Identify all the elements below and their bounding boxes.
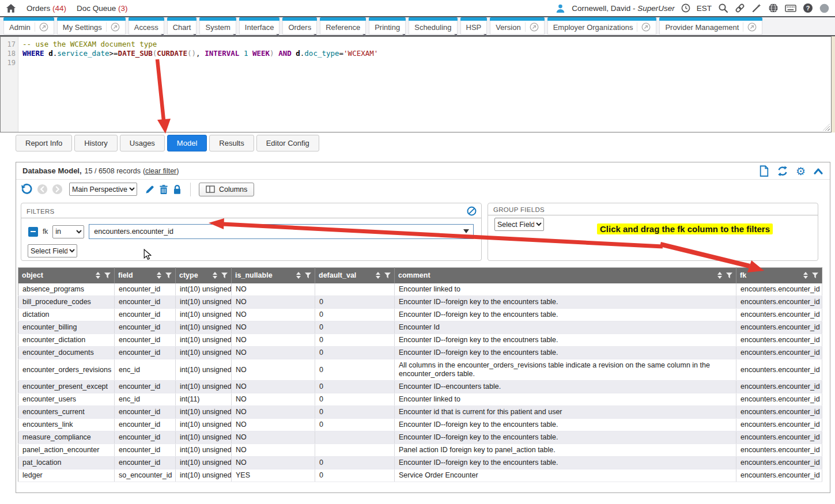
filter-value-input[interactable]	[89, 228, 473, 236]
columns-button[interactable]: Columns	[199, 183, 254, 196]
column-header-field[interactable]: field	[115, 268, 176, 283]
filter-operator-select[interactable]: in	[52, 225, 84, 238]
lock-icon[interactable]	[172, 184, 182, 195]
table-row[interactable]: encounters_linkencounter_idint(10) unsig…	[18, 418, 822, 431]
cell-field: encounter_id	[115, 406, 176, 418]
nav-tab-access[interactable]: Access	[129, 18, 164, 35]
table-row[interactable]: panel_action_encounterencounter_idint(10…	[18, 444, 822, 456]
nav-tab-reference[interactable]: Reference	[320, 18, 366, 35]
table-row[interactable]: encounter_billingencounter_idint(10) uns…	[18, 321, 822, 334]
cell-fk: encounters.encounter_id	[736, 308, 822, 321]
nav-tab-provider-management[interactable]: Provider Management	[659, 18, 762, 35]
sort-icon[interactable]	[157, 272, 161, 279]
search-icon[interactable]	[718, 3, 728, 13]
next-icon[interactable]	[52, 184, 63, 195]
sql-editor[interactable]: 171819 -- use the WCEXAM document typeWH…	[0, 36, 832, 132]
sort-icon[interactable]	[803, 272, 808, 279]
user-name[interactable]: Cornewell, David - SuperUser	[572, 4, 675, 13]
tab-results[interactable]: Results	[209, 135, 254, 151]
popout-icon[interactable]	[106, 22, 120, 32]
column-header-comment[interactable]: comment	[395, 268, 736, 283]
filter-funnel-icon[interactable]	[305, 272, 311, 278]
table-row[interactable]: dictationencounter_idint(10) unsignedNO0…	[18, 308, 822, 321]
table-row[interactable]: bill_procedure_codesencounter_idint(10) …	[18, 295, 822, 308]
link-icon[interactable]	[735, 3, 745, 13]
help-icon[interactable]: ?	[803, 3, 813, 13]
globe-icon[interactable]	[768, 3, 779, 13]
column-header-ctype[interactable]: ctype	[176, 268, 232, 283]
clear-filter-link[interactable]: clear filter	[145, 167, 176, 175]
table-row[interactable]: encounter_present_exceptencounter_idint(…	[18, 380, 822, 393]
popout-icon[interactable]	[35, 22, 48, 32]
table-row[interactable]: absence_programsencounter_idint(10) unsi…	[18, 283, 822, 296]
new-page-icon[interactable]	[759, 165, 769, 177]
filter-value-combobox[interactable]	[89, 224, 474, 239]
tab-report-info[interactable]: Report Info	[16, 135, 72, 151]
wand-icon[interactable]	[751, 3, 762, 13]
sort-icon[interactable]	[717, 272, 722, 279]
tab-usages[interactable]: Usages	[120, 135, 165, 151]
nav-tab-orders[interactable]: Orders	[282, 18, 317, 35]
filter-funnel-icon[interactable]	[104, 272, 111, 278]
popout-icon[interactable]	[525, 22, 539, 32]
sort-icon[interactable]	[296, 272, 301, 279]
table-row[interactable]: ledgerso_encounter_idint(10) unsignedYES…	[18, 469, 822, 482]
nav-tab-my-settings[interactable]: My Settings	[57, 18, 126, 35]
table-row[interactable]: encounter_documentsencounter_idint(10) u…	[18, 346, 822, 359]
nav-tab-hsp[interactable]: HSP	[460, 18, 488, 35]
combobox-caret-icon[interactable]	[463, 229, 469, 233]
trash-icon[interactable]	[159, 184, 168, 195]
column-header-fk[interactable]: fk	[736, 268, 822, 283]
filter-funnel-icon[interactable]	[384, 272, 391, 278]
nav-tab-admin[interactable]: Admin	[3, 18, 54, 35]
column-header-default-val[interactable]: default_val	[315, 268, 395, 283]
add-filter-field-select[interactable]: Select Field	[28, 244, 77, 257]
popout-icon[interactable]	[743, 22, 757, 32]
keyboard-icon[interactable]	[785, 4, 796, 13]
tab-model[interactable]: Model	[167, 135, 207, 151]
table-row[interactable]: encounter_dictationencounter_idint(10) u…	[18, 334, 822, 346]
nav-tab-printing[interactable]: Printing	[369, 18, 406, 35]
nav-tab-interface[interactable]: Interface	[239, 18, 280, 35]
doc-queue-link[interactable]: Doc Queue (3)	[77, 4, 128, 13]
timezone-label[interactable]: EST	[697, 4, 712, 13]
sort-icon[interactable]	[376, 272, 380, 279]
filter-funnel-icon[interactable]	[726, 272, 732, 278]
table-row[interactable]: pat_locationencounter_idint(10) unsigned…	[18, 456, 822, 469]
record-count: 15 / 6508 records	[85, 167, 141, 175]
cell-is-nullable: NO	[232, 456, 315, 469]
filter-funnel-icon[interactable]	[812, 272, 818, 278]
nav-tab-scheduling[interactable]: Scheduling	[409, 18, 457, 35]
edit-pencil-icon[interactable]	[145, 184, 155, 195]
table-row[interactable]: measure_complianceencounter_idint(10) un…	[18, 431, 822, 444]
editor-code[interactable]: -- use the WCEXAM document typeWHERE d.s…	[18, 37, 831, 132]
tab-history[interactable]: History	[74, 135, 117, 151]
column-header-is-nullable[interactable]: is_nullable	[232, 268, 315, 283]
collapse-icon[interactable]	[813, 167, 823, 175]
add-group-field-select[interactable]: Select Field	[494, 218, 544, 231]
undo-icon[interactable]	[21, 183, 33, 195]
nav-tab-version[interactable]: Version	[490, 18, 544, 35]
tab-editor-config[interactable]: Editor Config	[256, 135, 319, 151]
prev-icon[interactable]	[37, 184, 48, 195]
table-row[interactable]: encounter_orders_revisionsenc_idint(10) …	[18, 359, 822, 380]
filter-funnel-icon[interactable]	[165, 272, 172, 278]
panel-title: Database Model,	[22, 166, 82, 175]
nav-tab-system[interactable]: System	[199, 18, 236, 35]
nav-tab-chart[interactable]: Chart	[167, 18, 197, 35]
gear-icon[interactable]: ⚙	[796, 166, 806, 176]
table-row[interactable]: encounters_currentencounter_idint(10) un…	[18, 406, 822, 418]
remove-filter-button[interactable]	[28, 227, 38, 237]
orders-link[interactable]: Orders (44)	[27, 4, 66, 13]
column-header-object[interactable]: object	[18, 268, 115, 283]
refresh-icon[interactable]	[777, 165, 788, 177]
popout-icon[interactable]	[637, 22, 651, 32]
nav-tab-employer-organizations[interactable]: Employer Organizations	[547, 18, 657, 35]
clear-filters-icon[interactable]	[467, 206, 477, 216]
sort-icon[interactable]	[213, 272, 217, 279]
sort-icon[interactable]	[96, 272, 100, 279]
home-icon[interactable]	[6, 3, 16, 13]
perspective-select[interactable]: Main Perspective	[69, 183, 137, 196]
filter-funnel-icon[interactable]	[221, 272, 228, 278]
table-row[interactable]: encounter_usersenc_idint(11)NO0Encounter…	[18, 393, 822, 406]
